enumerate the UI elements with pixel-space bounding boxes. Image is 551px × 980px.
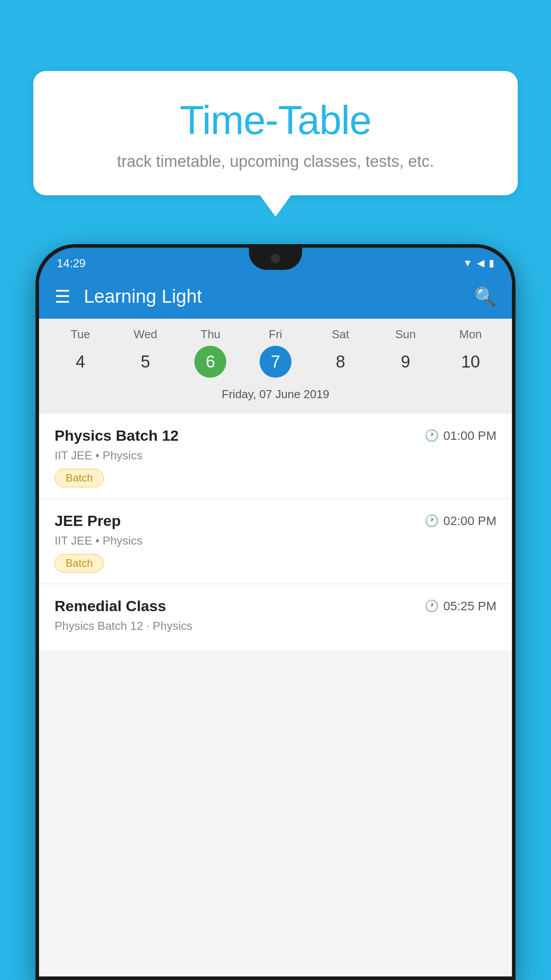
day-name-sat: Sat xyxy=(332,328,349,341)
selected-date: Friday, 07 June 2019 xyxy=(39,382,512,409)
class-subtitle-2: IIT JEE • Physics xyxy=(55,534,496,548)
day-cell-thu[interactable]: Thu 6 xyxy=(181,328,239,378)
phone-frame: 14:29 ▼ ◀ ▮ ☰ Learning Light 🔍 Tue 4 xyxy=(35,244,516,980)
class-header-1: Physics Batch 12 🕐 01:00 PM xyxy=(55,427,496,444)
day-cell-tue[interactable]: Tue 4 xyxy=(51,328,109,378)
class-time-3: 🕐 05:25 PM xyxy=(425,599,496,613)
day-number-thu: 6 xyxy=(194,346,226,378)
app-bar: ☰ Learning Light 🔍 xyxy=(39,274,512,319)
day-cell-mon[interactable]: Mon 10 xyxy=(442,328,500,378)
camera-dot xyxy=(271,254,280,264)
day-cell-sun[interactable]: Sun 9 xyxy=(377,328,434,378)
clock-icon-2: 🕐 xyxy=(425,514,439,528)
status-icons: ▼ ◀ ▮ xyxy=(463,257,494,269)
class-name-2: JEE Prep xyxy=(55,512,121,530)
class-item-physics-batch[interactable]: Physics Batch 12 🕐 01:00 PM IIT JEE • Ph… xyxy=(39,414,512,499)
class-list: Physics Batch 12 🕐 01:00 PM IIT JEE • Ph… xyxy=(39,414,512,650)
day-name-thu: Thu xyxy=(201,328,220,341)
batch-badge-1: Batch xyxy=(55,469,104,487)
class-item-jee-prep[interactable]: JEE Prep 🕐 02:00 PM IIT JEE • Physics Ba… xyxy=(39,499,512,584)
class-header-3: Remedial Class 🕐 05:25 PM xyxy=(55,597,496,615)
card-title: Time-Table xyxy=(55,98,496,143)
app-title: Learning Light xyxy=(84,286,461,307)
class-time-1: 🕐 01:00 PM xyxy=(425,429,496,443)
class-name-3: Remedial Class xyxy=(55,597,166,615)
time-value-2: 02:00 PM xyxy=(443,514,496,528)
day-name-tue: Tue xyxy=(71,328,90,341)
status-time: 14:29 xyxy=(57,257,86,270)
day-number-fri: 7 xyxy=(260,346,291,378)
day-cell-fri[interactable]: Fri 7 xyxy=(247,328,304,378)
class-item-remedial[interactable]: Remedial Class 🕐 05:25 PM Physics Batch … xyxy=(39,584,512,650)
day-cell-sat[interactable]: Sat 8 xyxy=(312,328,370,378)
menu-icon[interactable]: ☰ xyxy=(55,286,71,307)
batch-badge-2: Batch xyxy=(55,554,104,573)
time-value-3: 05:25 PM xyxy=(443,599,496,613)
phone-screen: 14:29 ▼ ◀ ▮ ☰ Learning Light 🔍 Tue 4 xyxy=(39,248,512,976)
class-name-1: Physics Batch 12 xyxy=(55,427,179,444)
day-number-mon: 10 xyxy=(455,346,487,378)
day-number-sat: 8 xyxy=(325,346,357,378)
class-header-2: JEE Prep 🕐 02:00 PM xyxy=(55,512,496,530)
day-number-sun: 9 xyxy=(390,346,421,378)
signal-icon: ◀ xyxy=(477,257,484,269)
day-row: Tue 4 Wed 5 Thu 6 Fri 7 xyxy=(39,328,512,378)
class-time-2: 🕐 02:00 PM xyxy=(425,514,496,528)
class-subtitle-1: IIT JEE • Physics xyxy=(55,449,496,462)
day-name-sun: Sun xyxy=(395,328,416,341)
search-icon[interactable]: 🔍 xyxy=(474,286,496,307)
battery-icon: ▮ xyxy=(489,257,494,269)
clock-icon-1: 🕐 xyxy=(425,429,439,443)
card-subtitle: track timetable, upcoming classes, tests… xyxy=(55,152,496,171)
wifi-icon: ▼ xyxy=(463,257,472,269)
time-value-1: 01:00 PM xyxy=(443,429,496,443)
day-name-mon: Mon xyxy=(459,328,482,341)
intro-card: Time-Table track timetable, upcoming cla… xyxy=(33,71,518,195)
day-name-wed: Wed xyxy=(134,328,157,341)
day-cell-wed[interactable]: Wed 5 xyxy=(117,328,174,378)
day-number-tue: 4 xyxy=(64,346,96,378)
day-name-fri: Fri xyxy=(269,328,282,341)
class-subtitle-3: Physics Batch 12 · Physics xyxy=(55,619,496,633)
clock-icon-3: 🕐 xyxy=(425,599,439,613)
calendar-section: Tue 4 Wed 5 Thu 6 Fri 7 xyxy=(39,319,512,414)
day-number-wed: 5 xyxy=(130,346,161,378)
phone-notch xyxy=(249,248,302,270)
